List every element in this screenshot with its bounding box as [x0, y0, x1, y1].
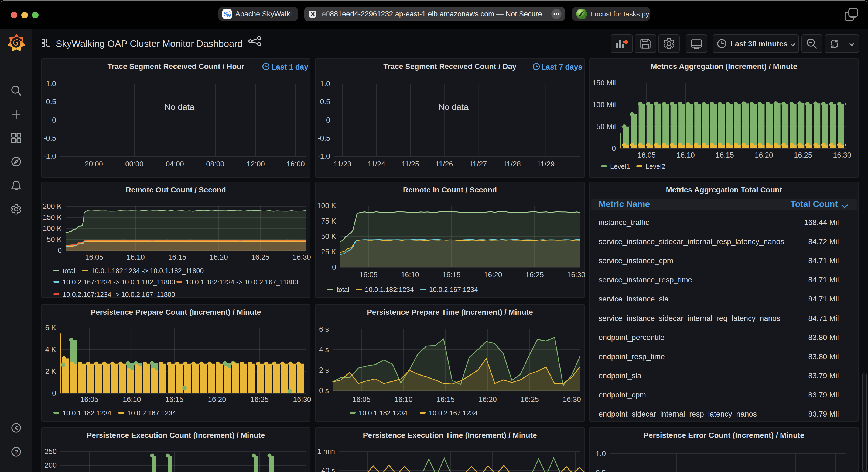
- svg-text:w: w: [226, 12, 231, 18]
- svg-text:?: ?: [14, 448, 18, 455]
